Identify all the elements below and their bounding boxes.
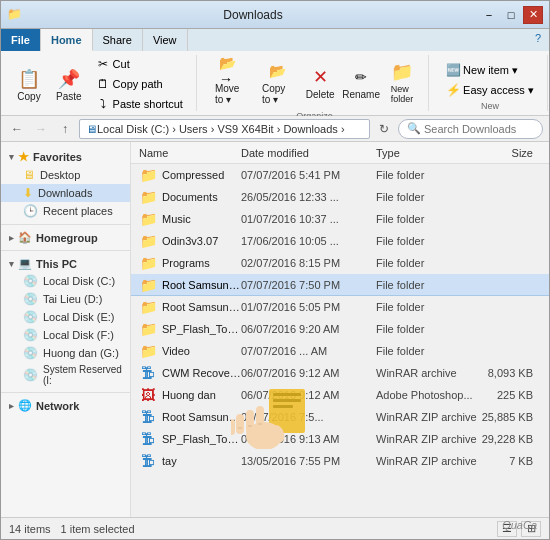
pc-expand-icon: ▾: [9, 259, 14, 269]
file-row-9[interactable]: 🗜CWM Recovery 6.0.3 727006/07/2016 9:12 …: [131, 362, 549, 384]
file-row-8[interactable]: 📁Video07/07/2016 ... AMFile folder: [131, 340, 549, 362]
rename-button[interactable]: ✏ Rename: [341, 61, 381, 104]
path-icon: 🖥: [86, 123, 97, 135]
this-pc-header[interactable]: ▾ 💻 This PC: [1, 255, 130, 272]
file-type-7: File folder: [376, 323, 466, 335]
rename-label: Rename: [342, 89, 380, 100]
file-date-3: 17/06/2016 10:05 ...: [241, 235, 376, 247]
file-name-8: Video: [162, 345, 241, 357]
new-group-label: New: [481, 101, 499, 111]
file-date-13: 13/05/2016 7:55 PM: [241, 455, 376, 467]
disk-e-icon: 💿: [23, 310, 38, 324]
ribbon-group-clipboard: 📋 Copy 📌 Paste ✂ Cut 🗒: [7, 55, 197, 111]
help-button[interactable]: ?: [527, 29, 549, 51]
nav-item-d[interactable]: 💿 Tai Lieu (D:): [1, 290, 130, 308]
nav-item-recent[interactable]: 🕒 Recent places: [1, 202, 130, 220]
file-row-4[interactable]: 📁Programs02/07/2016 8:15 PMFile folder: [131, 252, 549, 274]
col-header-name[interactable]: Name: [139, 147, 241, 159]
delete-label: Delete: [306, 89, 335, 100]
copy-to-button[interactable]: 📂 Copy to ▾: [256, 55, 299, 109]
file-row-6[interactable]: 📁Root Samsung Note 401/07/2016 5:05 PMFi…: [131, 296, 549, 318]
nav-item-e[interactable]: 💿 Local Disk (E:): [1, 308, 130, 326]
file-name-1: Documents: [162, 191, 241, 203]
file-row-11[interactable]: 🗜Root Samsung J5 (2015)07/07/2016 7:5...…: [131, 406, 549, 428]
refresh-button[interactable]: ↻: [374, 119, 394, 139]
copy-path-button[interactable]: 🗒 Copy path: [91, 75, 188, 93]
nav-item-downloads[interactable]: ⬇ Downloads: [1, 184, 130, 202]
move-to-button[interactable]: 📂→ Move to ▾: [209, 55, 253, 109]
file-type-10: Adobe Photoshop...: [376, 389, 466, 401]
file-type-5: File folder: [376, 279, 466, 291]
file-date-5: 07/07/2016 7:50 PM: [241, 279, 376, 291]
col-header-date[interactable]: Date modified: [241, 147, 376, 159]
close-button[interactable]: ✕: [523, 6, 543, 24]
homegroup-header[interactable]: ▸ 🏠 Homegroup: [1, 229, 130, 246]
network-header[interactable]: ▸ 🌐 Network: [1, 397, 130, 414]
col-header-size[interactable]: Size: [466, 147, 541, 159]
maximize-button[interactable]: □: [501, 6, 521, 24]
file-icon-3: 📁: [139, 232, 157, 250]
nav-item-g[interactable]: 💿 Huong dan (G:): [1, 344, 130, 362]
file-row-10[interactable]: 🖼Huong dan06/07/2016 9:12 AMAdobe Photos…: [131, 384, 549, 406]
col-header-type[interactable]: Type: [376, 147, 466, 159]
file-date-7: 06/07/2016 9:20 AM: [241, 323, 376, 335]
easy-access-button[interactable]: ⚡ Easy access ▾: [441, 81, 539, 99]
file-row-7[interactable]: 📁SP_Flash_Tool_v5.1352.0106/07/2016 9:20…: [131, 318, 549, 340]
file-icon-0: 📁: [139, 166, 157, 184]
file-row-1[interactable]: 📁Documents26/05/2016 12:33 ...File folde…: [131, 186, 549, 208]
copy-button[interactable]: 📋 Copy: [11, 63, 47, 106]
homegroup-icon: 🏠: [18, 231, 32, 244]
file-date-9: 06/07/2016 9:12 AM: [241, 367, 376, 379]
search-input[interactable]: [424, 123, 534, 135]
nav-item-f[interactable]: 💿 Local Disk (F:): [1, 326, 130, 344]
disk-d-label: Tai Lieu (D:): [43, 293, 102, 305]
minimize-button[interactable]: −: [479, 6, 499, 24]
file-icon-10: 🖼: [139, 386, 157, 404]
file-row-0[interactable]: 📁Compressed07/07/2016 5:41 PMFile folder: [131, 164, 549, 186]
file-type-8: File folder: [376, 345, 466, 357]
new-folder-label: Newfolder: [391, 84, 414, 104]
back-button[interactable]: ←: [7, 119, 27, 139]
nav-item-desktop[interactable]: 🖥 Desktop: [1, 166, 130, 184]
homegroup-label: Homegroup: [36, 232, 98, 244]
file-type-12: WinRAR ZIP archive: [376, 433, 466, 445]
file-row-5[interactable]: 📁Root Samsung J5 (2015)07/07/2016 7:50 P…: [131, 274, 549, 296]
tab-file[interactable]: File: [1, 29, 41, 51]
file-size-10: 225 KB: [466, 389, 541, 401]
rename-icon: ✏: [349, 65, 373, 89]
tab-home[interactable]: Home: [41, 29, 93, 51]
delete-button[interactable]: ✕ Delete: [302, 61, 338, 104]
copy-to-label: Copy to ▾: [262, 83, 293, 105]
tab-view[interactable]: View: [143, 29, 188, 51]
file-date-11: 07/07/2016 7:5...: [241, 411, 376, 423]
search-box[interactable]: 🔍: [398, 119, 543, 139]
new-folder-button[interactable]: 📁 Newfolder: [384, 56, 420, 108]
file-row-13[interactable]: 🗜tay13/05/2016 7:55 PMWinRAR ZIP archive…: [131, 450, 549, 472]
divider-2: [1, 250, 130, 251]
network-icon: 🌐: [18, 399, 32, 412]
file-row-3[interactable]: 📁Odin3v3.0717/06/2016 10:05 ...File fold…: [131, 230, 549, 252]
favorites-header[interactable]: ▾ ★ Favorites: [1, 148, 130, 166]
paste-shortcut-button[interactable]: ⤵ Paste shortcut: [91, 95, 188, 113]
tab-share[interactable]: Share: [93, 29, 143, 51]
paste-button[interactable]: 📌 Paste: [50, 63, 88, 106]
address-bar: ← → ↑ 🖥 Local Disk (C:) › Users › VS9 X6…: [1, 116, 549, 142]
up-button[interactable]: ↑: [55, 119, 75, 139]
selected-count: 1 item selected: [61, 523, 135, 535]
forward-button[interactable]: →: [31, 119, 51, 139]
network-section: ▸ 🌐 Network: [1, 397, 130, 414]
file-name-5: Root Samsung J5 (2015): [162, 279, 241, 291]
file-row-2[interactable]: 📁Music01/07/2016 10:37 ...File folder: [131, 208, 549, 230]
nav-item-c[interactable]: 💿 Local Disk (C:): [1, 272, 130, 290]
address-path[interactable]: 🖥 Local Disk (C:) › Users › VS9 X64Bit ›…: [79, 119, 370, 139]
file-type-2: File folder: [376, 213, 466, 225]
nav-item-i[interactable]: 💿 System Reserved (I:: [1, 362, 130, 388]
file-name-12: SP_Flash_Tool_v5.1352.01: [162, 433, 241, 445]
this-pc-label: This PC: [36, 258, 77, 270]
paste-label: Paste: [56, 91, 82, 102]
new-item-button[interactable]: 🆕 New item ▾: [441, 61, 539, 79]
file-name-4: Programs: [162, 257, 241, 269]
file-row-12[interactable]: 🗜SP_Flash_Tool_v5.1352.0106/07/2016 9:13…: [131, 428, 549, 450]
homegroup-section: ▸ 🏠 Homegroup: [1, 229, 130, 246]
cut-button[interactable]: ✂ Cut: [91, 55, 188, 73]
